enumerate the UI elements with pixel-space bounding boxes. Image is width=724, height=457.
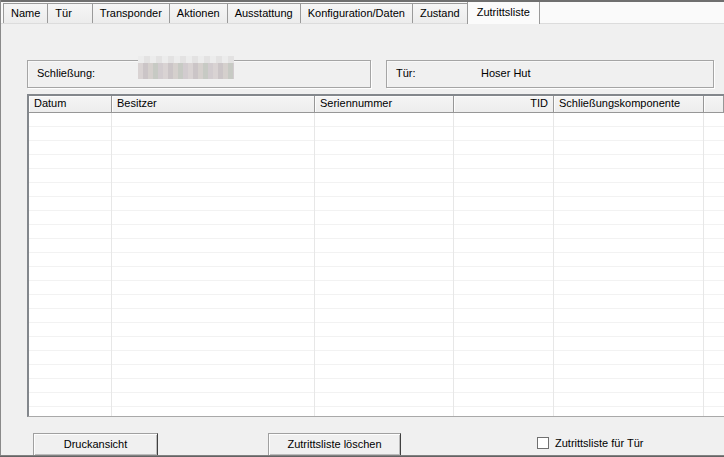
column-header-empty[interactable]	[704, 96, 724, 113]
tab-zustand[interactable]: Zustand	[412, 3, 468, 23]
tab-tuer[interactable]: Tür	[47, 3, 93, 23]
tab-transponder[interactable]: Transponder	[92, 3, 170, 23]
door-groupbox: Tür: Hoser Hut	[386, 60, 714, 88]
table-header-row: Datum Besitzer Seriennummer TID Schließu…	[29, 96, 724, 113]
table-body-empty[interactable]	[29, 113, 724, 416]
grid-line	[703, 113, 704, 416]
tab-konfiguration-daten[interactable]: Konfiguration/Daten	[300, 3, 413, 23]
window-border-top	[0, 0, 724, 2]
tab-aktionen[interactable]: Aktionen	[169, 3, 228, 23]
column-header-seriennummer[interactable]: Seriennummer	[315, 96, 454, 113]
grid-line	[553, 113, 554, 416]
access-list-table[interactable]: Datum Besitzer Seriennummer TID Schließu…	[27, 94, 724, 417]
column-header-tid[interactable]: TID	[454, 96, 554, 113]
door-value: Hoser Hut	[481, 61, 531, 86]
column-header-besitzer[interactable]: Besitzer	[112, 96, 315, 113]
window-border-left	[0, 0, 1, 457]
tab-bar: Name Tür Transponder Aktionen Ausstattun…	[1, 2, 724, 24]
grid-line	[314, 113, 315, 416]
grid-line	[111, 113, 112, 416]
lock-label: Schließung:	[37, 61, 95, 86]
redaction-blur	[138, 56, 234, 63]
column-header-schliessungskomponente[interactable]: Schließungskomponente	[554, 96, 704, 113]
clear-access-list-button[interactable]: Zutrittsliste löschen	[268, 433, 401, 456]
access-list-for-door-checkbox[interactable]	[537, 437, 549, 449]
lock-value-redacted	[138, 56, 234, 80]
access-list-window: Name Tür Transponder Aktionen Ausstattun…	[0, 0, 724, 457]
column-header-datum[interactable]: Datum	[29, 96, 112, 113]
print-view-button[interactable]: Druckansicht	[33, 433, 158, 456]
redaction-blur	[138, 63, 234, 79]
grid-line	[453, 113, 454, 416]
tab-name[interactable]: Name	[3, 3, 48, 23]
tab-ausstattung[interactable]: Ausstattung	[227, 3, 301, 23]
access-list-for-door-label: Zutrittsliste für Tür	[555, 434, 643, 452]
tab-zutrittsliste[interactable]: Zutrittsliste	[467, 1, 540, 24]
door-label: Tür:	[396, 61, 416, 86]
